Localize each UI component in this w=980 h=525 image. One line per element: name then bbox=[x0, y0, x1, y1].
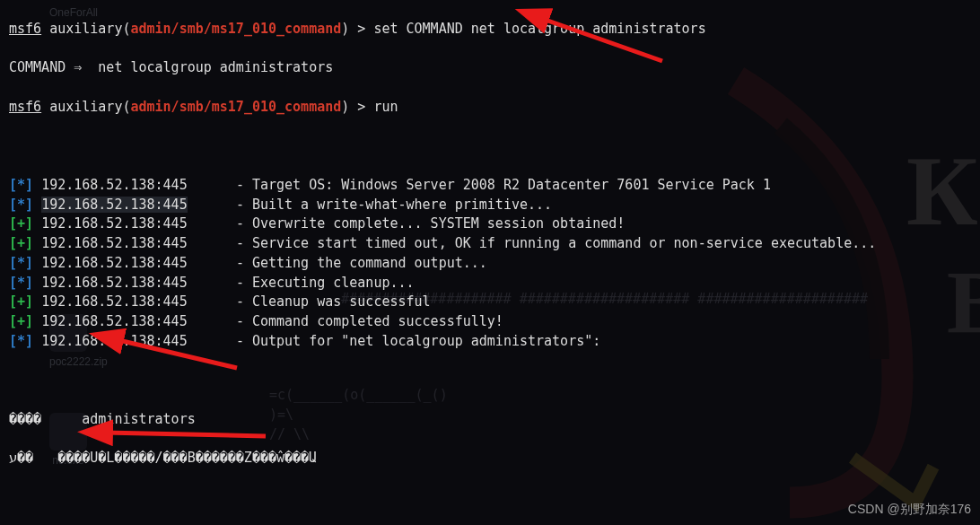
msf-prompt: msf6 bbox=[9, 21, 41, 37]
status-line: [*] 192.168.52.138:445 - Target OS: Wind… bbox=[9, 176, 971, 196]
typed-command-1: set COMMAND net localgroup administrator… bbox=[373, 21, 705, 37]
status-line: [+] 192.168.52.138:445 - Command complet… bbox=[9, 312, 971, 332]
output-garbled-2: ע�� ����U�L�����/���B������Z���ŵ���Ա bbox=[9, 449, 971, 468]
status-line: [*] 192.168.52.138:445 - Built a write-w… bbox=[9, 196, 971, 215]
output-garbled-1: ���� administrators bbox=[9, 410, 971, 430]
module-path: admin/smb/ms17_010_command bbox=[130, 21, 341, 37]
target-ip: 192.168.52.138:445 bbox=[41, 197, 188, 213]
prompt-line-2: msf6 auxiliary(admin/smb/ms17_010_comman… bbox=[9, 98, 971, 118]
prompt-line-1: msf6 auxiliary(admin/smb/ms17_010_comman… bbox=[9, 20, 971, 39]
status-line: [*] 192.168.52.138:445 - Getting the com… bbox=[9, 254, 971, 274]
watermark: CSDN @别野加奈176 bbox=[848, 500, 971, 518]
status-line: [+] 192.168.52.138:445 - Overwrite compl… bbox=[9, 214, 971, 234]
status-line: [*] 192.168.52.138:445 - Executing clean… bbox=[9, 274, 971, 293]
typed-command-2: run bbox=[373, 99, 398, 115]
status-line: [+] 192.168.52.138:445 - Service start t… bbox=[9, 234, 971, 254]
target-ip: 192.168.52.138:445 bbox=[41, 293, 188, 310]
target-ip: 192.168.52.138:445 bbox=[41, 255, 188, 271]
target-ip: 192.168.52.138:445 bbox=[41, 313, 188, 329]
target-ip: 192.168.52.138:445 bbox=[41, 215, 188, 232]
module-path: admin/smb/ms17_010_command bbox=[130, 99, 341, 115]
target-ip: 192.168.52.138:445 bbox=[41, 235, 188, 251]
status-line: [*] 192.168.52.138:445 - Output for "net… bbox=[9, 332, 971, 352]
echo-line: COMMAND ⇒ net localgroup administrators bbox=[9, 58, 971, 78]
target-ip: 192.168.52.138:445 bbox=[41, 333, 188, 349]
status-line: [+] 192.168.52.138:445 - Cleanup was suc… bbox=[9, 293, 971, 312]
target-ip: 192.168.52.138:445 bbox=[41, 275, 188, 291]
terminal-output[interactable]: msf6 auxiliary(admin/smb/ms17_010_comman… bbox=[0, 0, 980, 525]
msf-prompt: msf6 bbox=[9, 99, 41, 115]
target-ip: 192.168.52.138:445 bbox=[41, 177, 188, 193]
